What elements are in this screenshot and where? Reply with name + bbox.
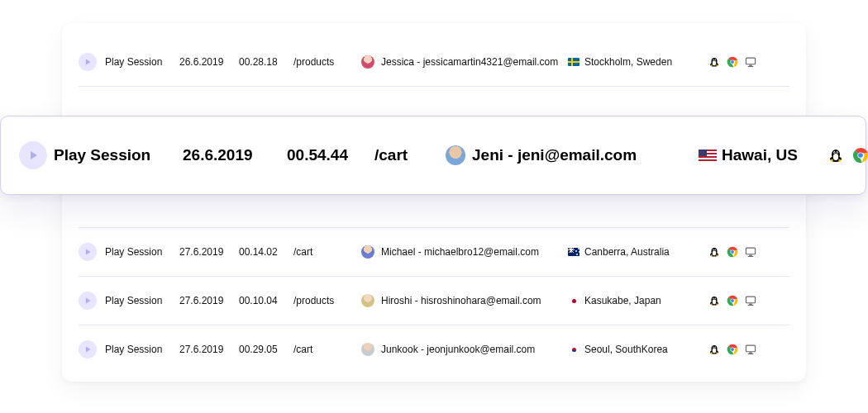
session-date: 27.6.2019	[179, 246, 231, 258]
session-label: Play Session	[54, 146, 178, 164]
session-time: 00.29.05	[239, 344, 285, 355]
session-user: Michael - michaelbro12@email.com	[361, 245, 560, 259]
session-platform-icons	[708, 246, 763, 258]
session-platform-icons	[708, 344, 763, 355]
session-path: /cart	[293, 344, 353, 355]
flag-icon	[568, 58, 579, 66]
session-time: 00.14.02	[239, 246, 285, 258]
avatar	[361, 294, 374, 307]
session-row[interactable]: Play Session 27.6.2019 00.14.02 /cart Mi…	[79, 228, 789, 276]
play-button[interactable]	[19, 141, 47, 169]
session-platform-icons	[708, 295, 763, 306]
session-list-card: Play Session 26.6.2019 00.28.18 /product…	[62, 23, 806, 382]
session-platform-icons	[827, 147, 868, 164]
play-button[interactable]	[79, 243, 97, 261]
play-button[interactable]	[79, 292, 97, 310]
session-location: Canberra, Australia	[568, 246, 700, 258]
linux-icon	[708, 246, 720, 258]
avatar	[446, 145, 465, 165]
session-time: 00.10.04	[239, 295, 285, 306]
session-row[interactable]: Play Session 27.6.2019 00.29.05 /cart Ju…	[79, 325, 789, 373]
avatar	[361, 55, 374, 69]
chrome-icon	[727, 246, 738, 258]
play-button[interactable]	[79, 53, 97, 71]
session-date: 27.6.2019	[179, 295, 231, 306]
session-user-text: Jeni - jeni@email.com	[472, 146, 637, 164]
play-button[interactable]	[79, 340, 97, 358]
session-date: 26.6.2019	[183, 146, 282, 164]
session-path: /products	[293, 295, 353, 306]
chrome-icon	[727, 344, 738, 355]
session-location: Hawai, US	[699, 146, 823, 164]
session-location: Kasukabe, Japan	[568, 295, 700, 306]
session-location: Seoul, SouthKorea	[568, 344, 700, 355]
linux-icon	[708, 344, 720, 355]
session-user-text: Hiroshi - hisroshinohara@email.com	[381, 295, 541, 306]
linux-icon	[708, 56, 720, 68]
session-label: Play Session	[105, 295, 171, 306]
session-row[interactable]: Play Session 26.6.2019 00.28.18 /product…	[79, 38, 789, 86]
desktop-icon	[745, 344, 756, 355]
session-path: /cart	[374, 146, 441, 164]
session-date: 27.6.2019	[179, 344, 231, 355]
session-date: 26.6.2019	[179, 56, 231, 68]
session-location-text: Seoul, SouthKorea	[584, 344, 668, 355]
avatar	[361, 245, 374, 259]
session-label: Play Session	[105, 344, 171, 355]
desktop-icon	[745, 246, 756, 258]
session-location-text: Hawai, US	[722, 146, 798, 164]
session-row-featured[interactable]: Play Session 26.6.2019 00.54.44 /cart Je…	[0, 116, 866, 195]
linux-icon	[827, 147, 844, 164]
session-label: Play Session	[105, 246, 171, 258]
session-user: Junkook - jeonjunkook@email.com	[361, 343, 560, 356]
session-time: 00.54.44	[287, 146, 370, 164]
session-location-text: Kasukabe, Japan	[584, 295, 661, 306]
avatar	[361, 343, 374, 356]
session-path: /products	[293, 56, 353, 68]
chrome-icon	[727, 295, 738, 306]
flag-icon	[568, 345, 579, 354]
session-location: Stockholm, Sweden	[568, 56, 700, 68]
session-user-text: Jessica - jessicamartin4321@email.com	[381, 56, 558, 68]
session-row[interactable]: Play Session 27.6.2019 00.10.04 /product…	[79, 277, 789, 325]
flag-icon	[568, 248, 579, 256]
chrome-icon	[852, 147, 868, 164]
chrome-icon	[727, 56, 738, 68]
session-path: /cart	[293, 246, 353, 258]
session-platform-icons	[708, 56, 763, 68]
session-location-text: Stockholm, Sweden	[584, 56, 672, 68]
session-user: Hiroshi - hisroshinohara@email.com	[361, 294, 560, 307]
session-location-text: Canberra, Australia	[584, 246, 670, 258]
session-user-text: Junkook - jeonjunkook@email.com	[381, 344, 535, 355]
session-user-text: Michael - michaelbro12@email.com	[381, 246, 539, 258]
session-user: Jeni - jeni@email.com	[446, 145, 694, 165]
linux-icon	[708, 295, 720, 306]
session-user: Jessica - jessicamartin4321@email.com	[361, 55, 560, 69]
session-label: Play Session	[105, 56, 171, 68]
flag-icon	[568, 297, 579, 305]
desktop-icon	[745, 295, 756, 306]
flag-icon	[699, 150, 717, 161]
session-time: 00.28.18	[239, 56, 285, 68]
desktop-icon	[745, 56, 756, 68]
